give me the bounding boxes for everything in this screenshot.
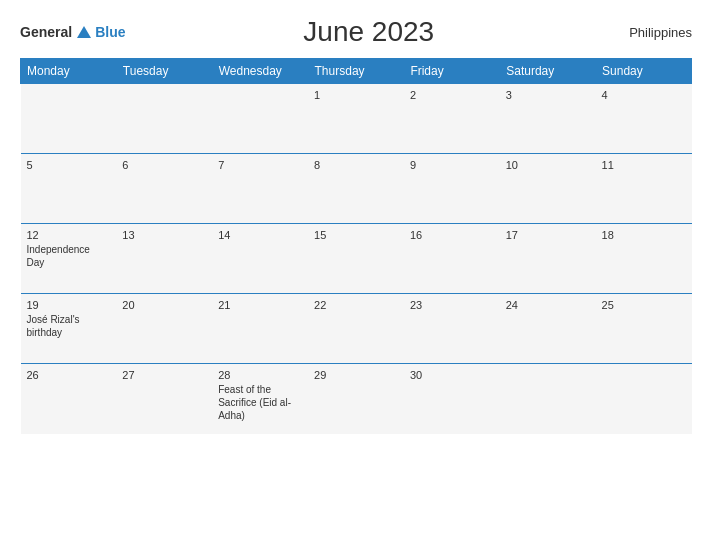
calendar-cell: 7	[212, 154, 308, 224]
calendar-cell: 14	[212, 224, 308, 294]
calendar-cell: 9	[404, 154, 500, 224]
day-number: 8	[314, 159, 398, 171]
calendar-cell: 25	[596, 294, 692, 364]
calendar-cell	[212, 84, 308, 154]
day-number: 7	[218, 159, 302, 171]
day-number: 11	[602, 159, 686, 171]
day-number: 24	[506, 299, 590, 311]
logo: General Blue	[20, 24, 125, 40]
calendar-cell: 18	[596, 224, 692, 294]
calendar-cell	[500, 364, 596, 434]
calendar-week-row: 262728Feast of the Sacrifice (Eid al-Adh…	[21, 364, 692, 434]
calendar-cell: 19José Rizal's birthday	[21, 294, 117, 364]
country-label: Philippines	[612, 25, 692, 40]
calendar-cell: 24	[500, 294, 596, 364]
weekday-header-thursday: Thursday	[308, 59, 404, 84]
day-number: 13	[122, 229, 206, 241]
calendar-cell: 20	[116, 294, 212, 364]
weekday-header-friday: Friday	[404, 59, 500, 84]
day-number: 25	[602, 299, 686, 311]
day-number: 1	[314, 89, 398, 101]
weekday-header-sunday: Sunday	[596, 59, 692, 84]
weekday-header-tuesday: Tuesday	[116, 59, 212, 84]
calendar-cell: 10	[500, 154, 596, 224]
weekday-header-saturday: Saturday	[500, 59, 596, 84]
calendar-week-row: 567891011	[21, 154, 692, 224]
day-number: 26	[27, 369, 111, 381]
calendar-week-row: 1234	[21, 84, 692, 154]
day-number: 23	[410, 299, 494, 311]
calendar-cell: 3	[500, 84, 596, 154]
calendar-cell: 16	[404, 224, 500, 294]
calendar-week-row: 19José Rizal's birthday202122232425	[21, 294, 692, 364]
day-number: 19	[27, 299, 111, 311]
calendar-cell: 6	[116, 154, 212, 224]
day-number: 21	[218, 299, 302, 311]
day-number: 27	[122, 369, 206, 381]
calendar-cell: 8	[308, 154, 404, 224]
calendar-table: MondayTuesdayWednesdayThursdayFridaySatu…	[20, 58, 692, 434]
event-text: Feast of the Sacrifice (Eid al-Adha)	[218, 384, 291, 421]
logo-general-text: General	[20, 24, 72, 40]
day-number: 17	[506, 229, 590, 241]
day-number: 15	[314, 229, 398, 241]
calendar-page: General Blue June 2023 Philippines Monda…	[0, 0, 712, 550]
day-number: 30	[410, 369, 494, 381]
day-number: 4	[602, 89, 686, 101]
day-number: 28	[218, 369, 302, 381]
day-number: 9	[410, 159, 494, 171]
calendar-cell: 21	[212, 294, 308, 364]
calendar-cell: 29	[308, 364, 404, 434]
calendar-cell: 26	[21, 364, 117, 434]
day-number: 10	[506, 159, 590, 171]
calendar-cell: 1	[308, 84, 404, 154]
calendar-cell: 12Independence Day	[21, 224, 117, 294]
day-number: 20	[122, 299, 206, 311]
day-number: 22	[314, 299, 398, 311]
event-text: Independence Day	[27, 244, 90, 268]
calendar-cell: 2	[404, 84, 500, 154]
calendar-cell	[596, 364, 692, 434]
calendar-cell: 4	[596, 84, 692, 154]
calendar-cell: 17	[500, 224, 596, 294]
day-number: 16	[410, 229, 494, 241]
day-number: 12	[27, 229, 111, 241]
day-number: 5	[27, 159, 111, 171]
calendar-cell: 23	[404, 294, 500, 364]
day-number: 3	[506, 89, 590, 101]
calendar-cell: 13	[116, 224, 212, 294]
calendar-cell: 5	[21, 154, 117, 224]
calendar-cell: 15	[308, 224, 404, 294]
event-text: José Rizal's birthday	[27, 314, 80, 338]
calendar-cell: 30	[404, 364, 500, 434]
weekday-header-row: MondayTuesdayWednesdayThursdayFridaySatu…	[21, 59, 692, 84]
calendar-cell: 28Feast of the Sacrifice (Eid al-Adha)	[212, 364, 308, 434]
day-number: 18	[602, 229, 686, 241]
day-number: 2	[410, 89, 494, 101]
day-number: 14	[218, 229, 302, 241]
month-title: June 2023	[125, 16, 612, 48]
weekday-header-wednesday: Wednesday	[212, 59, 308, 84]
calendar-cell	[21, 84, 117, 154]
header: General Blue June 2023 Philippines	[20, 16, 692, 48]
calendar-cell: 27	[116, 364, 212, 434]
calendar-cell	[116, 84, 212, 154]
day-number: 6	[122, 159, 206, 171]
weekday-header-monday: Monday	[21, 59, 117, 84]
calendar-cell: 11	[596, 154, 692, 224]
logo-blue-text: Blue	[95, 24, 125, 40]
logo-triangle-icon	[77, 26, 91, 38]
calendar-week-row: 12Independence Day131415161718	[21, 224, 692, 294]
calendar-cell: 22	[308, 294, 404, 364]
day-number: 29	[314, 369, 398, 381]
